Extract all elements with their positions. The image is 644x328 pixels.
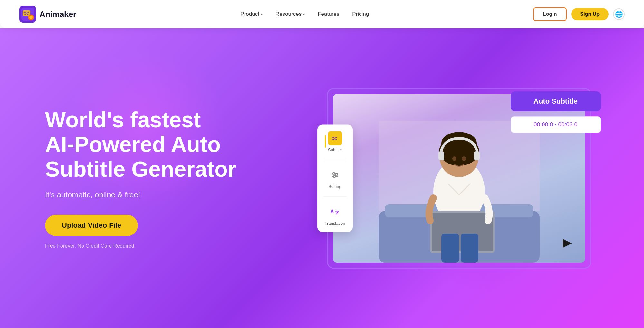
signup-button[interactable]: Sign Up <box>571 8 609 20</box>
subtitle-label: Subtitle <box>328 147 342 152</box>
nav-pricing[interactable]: Pricing <box>352 11 369 17</box>
mockup-frame <box>327 88 591 269</box>
nav-features[interactable]: Features <box>318 11 339 17</box>
svg-point-26 <box>333 172 335 174</box>
auto-subtitle-card: Auto Subtitle <box>511 91 601 111</box>
upload-video-button[interactable]: Upload Video File <box>45 215 138 236</box>
subtitle-icon: CC <box>328 131 342 145</box>
translation-label: Translation <box>325 221 345 225</box>
login-button[interactable]: Login <box>533 7 567 21</box>
hero-subtitle: It's automatic, online & free! <box>45 190 300 199</box>
svg-text:A: A <box>330 208 334 214</box>
svg-rect-16 <box>474 151 480 160</box>
sidebar-item-translation[interactable]: A A Translation <box>325 204 345 225</box>
sidebar-panel: CC Subtitle <box>317 124 353 232</box>
svg-point-5 <box>29 16 33 19</box>
translation-icon: A A <box>328 204 342 219</box>
nav-links: Product ▾ Resources ▾ Features Pricing <box>240 11 369 17</box>
timestamp-text: 00:00.0 - 00:03.0 <box>520 121 591 128</box>
cursor-icon: ▶ <box>563 236 572 249</box>
svg-point-27 <box>335 174 337 176</box>
globe-icon[interactable]: 🌐 <box>613 8 625 20</box>
auto-subtitle-title: Auto Subtitle <box>520 97 592 105</box>
timestamp-card: 00:00.0 - 00:03.0 <box>511 116 601 133</box>
sidebar-item-setting[interactable]: Setting <box>328 168 342 189</box>
hero-left: World's fastest AI-Powered Auto Subtitle… <box>45 107 319 249</box>
navbar: CC Animaker Product ▾ Resources ▾ Featur… <box>0 0 644 28</box>
sidebar-divider <box>323 160 347 160</box>
hero-title: World's fastest AI-Powered Auto Subtitle… <box>45 107 300 181</box>
setting-label: Setting <box>328 184 341 189</box>
svg-point-28 <box>333 175 335 177</box>
logo[interactable]: CC Animaker <box>19 6 76 23</box>
nav-product[interactable]: Product ▾ <box>240 11 263 17</box>
logo-icon: CC <box>19 6 36 23</box>
svg-rect-19 <box>441 234 459 263</box>
svg-rect-20 <box>461 234 478 263</box>
svg-rect-15 <box>438 151 444 160</box>
logo-text: Animaker <box>39 9 76 19</box>
hero-section: World's fastest AI-Powered Auto Subtitle… <box>0 28 644 328</box>
sidebar-item-subtitle[interactable]: CC Subtitle <box>328 131 342 152</box>
svg-text:CC: CC <box>24 11 29 15</box>
person-illustration <box>379 121 540 263</box>
hero-note: Free Forever. No Credit Card Required. <box>45 243 300 249</box>
svg-point-13 <box>452 156 456 161</box>
nav-actions: Login Sign Up 🌐 <box>533 7 625 21</box>
nav-resources[interactable]: Resources ▾ <box>275 11 305 17</box>
hero-right: CC Subtitle <box>319 82 599 275</box>
sidebar-divider-2 <box>323 196 347 197</box>
svg-point-14 <box>462 156 466 161</box>
setting-icon <box>328 168 342 182</box>
chevron-down-icon: ▾ <box>303 13 305 16</box>
mockup-container: CC Subtitle <box>321 82 598 275</box>
svg-text:CC: CC <box>332 136 337 141</box>
chevron-down-icon: ▾ <box>261 13 263 16</box>
